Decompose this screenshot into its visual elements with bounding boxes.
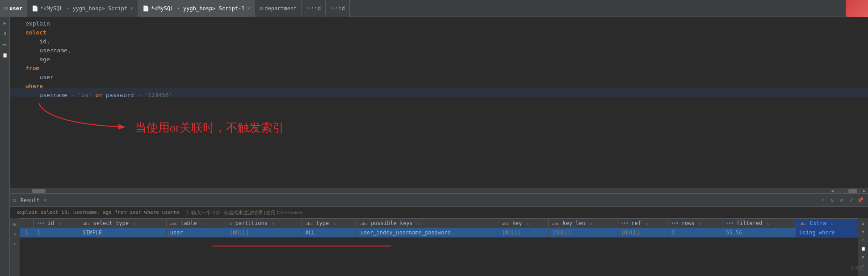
col-rows-sort-icon[interactable]: ⇅ [699,221,701,226]
col-pk-icon: abc [361,221,368,226]
col-partitions-sort-icon[interactable]: ⇅ [272,221,274,226]
table-header-row: ¹²³ id ⇅ abc select_type ⇅ [20,219,858,228]
filter-separator: | [185,209,189,216]
code-line-8: where [10,82,868,91]
result-copy-icon[interactable]: 📋 [860,245,867,252]
h-scroll-thumb[interactable] [32,189,46,193]
id-icon-1: ¹²³ [306,6,313,11]
cell-filtered: 55.56 [722,228,796,238]
cell-key: [NULL] [498,228,548,238]
export-icon[interactable]: ⬆ [819,196,827,204]
step-icon[interactable]: ▶▶ [1,41,8,48]
result-expand-icon[interactable]: ⤢ [860,237,867,244]
col-keylen-sort-icon[interactable]: ⇅ [590,221,592,226]
col-select-type-sort-icon[interactable]: ⇅ [133,221,135,226]
main-content: ▶ ⏸ ▶▶ 📋 explain select [0,17,868,276]
col-key-icon: abc [502,221,509,226]
cell-id: 1 [34,228,79,238]
horizontal-scroll[interactable]: ◀ ▶ [10,188,868,193]
scroll-controls: ◀ ▶ [831,188,866,193]
col-ref-icon: ¹²³ [621,221,628,226]
result-nav-up-icon[interactable]: ▲ [860,220,867,227]
col-table-sort-icon[interactable]: ⇅ [201,221,204,226]
col-table-icon: abc [170,221,177,226]
row-nav-icon[interactable]: ↕ [11,240,18,247]
code-line-6: from [10,64,868,73]
maximize-icon[interactable]: ⤢ [847,196,855,204]
annotation-area: 当使用or关联时，不触发索引 [135,120,284,136]
result-annotation-underline [212,246,391,246]
table-row[interactable]: 1 1 SIMPLE user [NULL] ALL user_index_us… [20,228,858,238]
col-header-extra[interactable]: abc Extra ⇅ [796,219,858,228]
col-header-key[interactable]: abc key ⇅ [498,219,548,228]
results-toolbar: ⊞ Result ✕ ⬆ ↻ ⚙ ⤢ 📌 [10,194,868,207]
results-close-icon[interactable]: ✕ [43,197,46,203]
col-id-type-icon: ¹²³ [37,221,44,226]
col-type-sort-icon[interactable]: ⇅ [333,221,335,226]
code-line-3: id, [10,37,868,46]
col-header-key-len[interactable]: abc key_len ⇅ [548,219,617,228]
v-scroll-thumb[interactable] [848,189,857,193]
run-icon[interactable]: ▶ [1,19,8,26]
code-editor[interactable]: explain select id, username, [10,17,868,188]
scroll-right-btn[interactable]: ▶ [863,188,866,193]
pin-icon[interactable]: 📌 [856,196,864,204]
col-header-table[interactable]: abc table ⇅ [166,219,226,228]
refresh-icon[interactable]: ↻ [828,196,836,204]
table-icon: ⊞ [4,5,8,12]
col-header-type[interactable]: abc type ⇅ [302,219,356,228]
col-header-filtered[interactable]: ¹²³ filtered ⇅ [722,219,796,228]
table-icon-dept: ⊞ [260,5,263,12]
results-left-icons: ⊞ ✕ ↕ [10,218,20,276]
results-tab-label[interactable]: Result [21,197,40,204]
col-header-select-type[interactable]: abc select_type ⇅ [79,219,166,228]
scroll-left-btn[interactable]: ◀ [831,188,834,193]
logo-area [846,0,868,17]
cell-partitions: [NULL] [226,228,302,238]
col-keylen-icon: abc [552,221,559,226]
tab-script2[interactable]: 📄 *<MySQL - yygh_hosp> Script-1 ✕ [138,0,255,17]
col-ref-sort-icon[interactable]: ⇅ [646,221,648,226]
tab-id1[interactable]: ¹²³ id [302,0,326,17]
row-add-icon[interactable]: ⊞ [11,221,18,228]
col-header-possible-keys[interactable]: abc possible_keys ⇅ [356,219,498,228]
filter-bar: explain select id, username, age from us… [10,207,868,218]
tab-script1[interactable]: 📄 *<MySQL - yygh_hosp> Script ✕ [27,0,138,17]
close-tab-script2[interactable]: ✕ [247,5,250,11]
tab-department[interactable]: ⊞ department [255,0,302,17]
filter-input[interactable] [191,210,864,215]
col-pk-sort-icon[interactable]: ⇅ [417,221,419,226]
close-tab-script1[interactable]: ✕ [130,5,133,11]
tab-id2[interactable]: ¹²³ id [326,0,350,17]
cell-select-type: SIMPLE [79,228,166,238]
code-line-4: username, [10,46,868,55]
results-table: ¹²³ id ⇅ abc select_type ⇅ [20,218,858,246]
code-line-1: explain [10,19,868,28]
explain-query-text: explain select id, username, age from us… [13,208,183,216]
tab-user[interactable]: ⊞ user [0,0,27,17]
clipboard-icon[interactable]: 📋 [1,51,8,59]
results-panel: ⊞ Result ✕ ⬆ ↻ ⚙ ⤢ 📌 explain select id, … [10,193,868,276]
stop-icon[interactable]: ⏸ [1,30,8,37]
script-icon-2: 📄 [143,5,149,12]
result-filter-icon[interactable]: ▼ [860,254,867,261]
col-header-id[interactable]: ¹²³ id ⇅ [34,219,79,228]
col-header-rows[interactable]: ¹²³ rows ⇅ [667,219,722,228]
col-filtered-sort-icon[interactable]: ⇅ [767,221,769,226]
col-extra-sort-icon[interactable]: ⇅ [830,221,833,226]
result-nav-down-icon[interactable]: ▼ [860,228,867,235]
col-type-icon: abc [306,221,313,226]
col-id-sort-icon[interactable]: ⇅ [59,221,61,226]
settings-icon[interactable]: ⚙ [838,196,846,204]
col-key-sort-icon[interactable]: ⇅ [527,221,529,226]
watermark: 创互联 [850,265,864,272]
col-rows-icon: ¹²³ [671,221,678,226]
row-delete-icon[interactable]: ✕ [11,230,18,238]
v-scroll-track[interactable] [835,189,862,193]
col-header-partitions[interactable]: ⊞ partitions ⇅ [226,219,302,228]
results-table-container[interactable]: ¹²³ id ⇅ abc select_type ⇅ [20,218,858,276]
col-header-ref[interactable]: ¹²³ ref ⇅ [617,219,667,228]
cell-rows: 3 [667,228,722,238]
table-with-icons: ⊞ ✕ ↕ ¹²³ id [10,218,868,276]
cell-key-len: [NULL] [548,228,617,238]
